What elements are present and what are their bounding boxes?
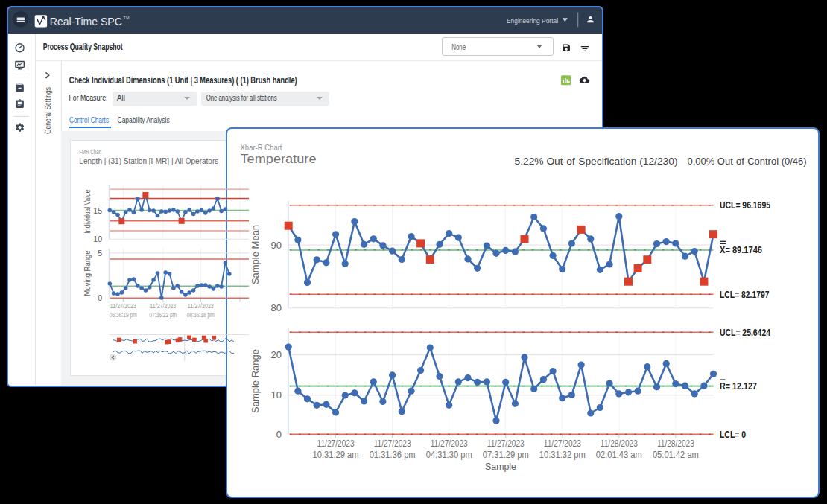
svg-text:11/27/2023: 11/27/2023	[544, 438, 581, 449]
svg-text:11/27/2023: 11/27/2023	[374, 438, 411, 449]
svg-text:10: 10	[93, 235, 102, 243]
svg-text:04:31:30 pm: 04:31:30 pm	[426, 450, 472, 460]
svg-text:Individual Value: Individual Value	[83, 189, 92, 233]
svg-text:11/27/2023: 11/27/2023	[188, 302, 214, 310]
svg-text:06:36:19 pm: 06:36:19 pm	[110, 311, 137, 319]
svg-text:11/27/2023: 11/27/2023	[487, 438, 525, 449]
svg-text:One analysis for all stations: One analysis for all stations	[206, 93, 277, 102]
svg-text:0.00% Out-of-Control (0/46): 0.00% Out-of-Control (0/46)	[688, 156, 807, 167]
svg-text:08:36:18 pm: 08:36:18 pm	[187, 311, 215, 319]
svg-text:15: 15	[93, 206, 102, 215]
svg-text:07:31:29 pm: 07:31:29 pm	[483, 450, 529, 460]
svg-text:10: 10	[271, 389, 282, 401]
svg-text:0: 0	[276, 429, 282, 440]
svg-text:X= 89.1746: X= 89.1746	[720, 245, 762, 255]
svg-text:UCL= 96.1695: UCL= 96.1695	[720, 200, 770, 211]
svg-text:LCL= 0: LCL= 0	[720, 430, 746, 440]
svg-text:Real-Time SPC: Real-Time SPC	[50, 15, 122, 28]
svg-text:None: None	[451, 42, 466, 51]
svg-text:11/27/2023: 11/27/2023	[317, 438, 355, 449]
svg-text:11/28/2023: 11/28/2023	[657, 438, 694, 449]
svg-text:Check Individual Dimensions (1: Check Individual Dimensions (1 Unit | 3 …	[69, 75, 297, 86]
svg-text:General Settings: General Settings	[43, 87, 52, 134]
svg-text:For Measure:: For Measure:	[69, 93, 108, 102]
svg-text:02:01:43 am: 02:01:43 am	[596, 450, 642, 460]
svg-text:11/28/2023: 11/28/2023	[601, 438, 638, 449]
svg-text:11/27/2023: 11/27/2023	[110, 302, 136, 310]
svg-text:10:31:32 pm: 10:31:32 pm	[539, 450, 586, 460]
svg-text:Process Quality Snapshot: Process Quality Snapshot	[43, 42, 124, 52]
svg-text:10:31:29 am: 10:31:29 am	[313, 450, 359, 460]
svg-text:I-MR Chart: I-MR Chart	[79, 148, 101, 156]
svg-text:01:31:36 pm: 01:31:36 pm	[370, 450, 416, 460]
svg-text:11/27/2023: 11/27/2023	[150, 302, 176, 310]
svg-text:Sample: Sample	[485, 461, 516, 472]
svg-text:05:01:42 am: 05:01:42 am	[653, 450, 699, 460]
svg-text:All: All	[117, 93, 125, 102]
svg-text:11/27/2023: 11/27/2023	[431, 438, 468, 449]
svg-text:LCL= 82.1797: LCL= 82.1797	[720, 290, 770, 300]
svg-text:Capability Analysis: Capability Analysis	[118, 115, 170, 124]
svg-text:UCL= 25.6424: UCL= 25.6424	[720, 328, 770, 338]
svg-text:R= 12.127: R= 12.127	[720, 381, 757, 392]
svg-text:5: 5	[98, 249, 102, 258]
svg-text:Engineering Portal: Engineering Portal	[507, 16, 558, 25]
svg-text:0: 0	[98, 293, 102, 302]
svg-text:TM: TM	[124, 16, 130, 20]
svg-text:Length | (31) Station [I-MR] |: Length | (31) Station [I-MR] | All Opera…	[79, 156, 218, 165]
svg-text:Moving Range: Moving Range	[83, 250, 92, 296]
svg-text:07:36:22 pm: 07:36:22 pm	[149, 311, 177, 319]
svg-text:Control Charts: Control Charts	[69, 115, 109, 124]
